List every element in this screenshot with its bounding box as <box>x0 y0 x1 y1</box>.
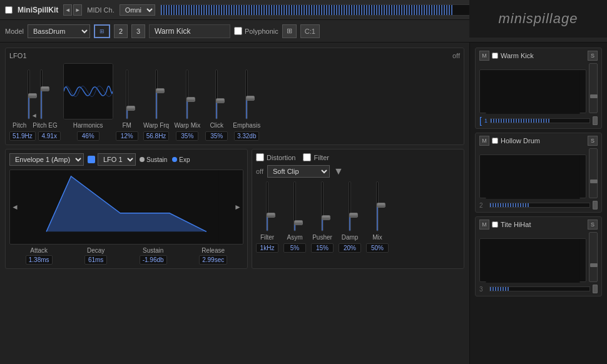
filter-checkbox[interactable] <box>303 153 311 161</box>
ch2-waveform <box>480 155 586 199</box>
ch3-mini-bar[interactable] <box>489 286 590 291</box>
lfo-header: LFO1 off <box>9 52 460 59</box>
prev-arrow[interactable]: ◄ <box>63 4 72 16</box>
asym-label: Asym <box>287 234 303 241</box>
mix-track[interactable] <box>376 181 379 231</box>
ch2-checkbox[interactable] <box>492 138 498 144</box>
pusher-value[interactable]: 15% <box>311 243 334 253</box>
pitch-arrow[interactable]: ◄ <box>31 112 39 119</box>
ch1-mini-fill <box>491 119 550 123</box>
power-checkbox[interactable] <box>5 6 13 14</box>
frame-button[interactable]: ⊞ <box>94 24 110 38</box>
attack-param: Attack 1.38ms <box>26 247 53 265</box>
pitch-value[interactable]: 51.9Hz <box>9 131 36 141</box>
ch3-solo-button[interactable]: S <box>588 220 598 230</box>
channel-strip-1: M Warm Kick S [ 1 <box>475 48 602 129</box>
ch2-fader-thumb <box>590 179 598 183</box>
pusher-label: Pusher <box>312 234 332 241</box>
lower-row: Envelope 1 (Amp) LFO 1 Sustain <box>5 149 464 269</box>
pitch-track[interactable] <box>28 69 30 119</box>
slot-2-button[interactable]: 2 <box>114 24 128 38</box>
ch3-name: Tite HiHat <box>501 221 585 228</box>
sustain-indicator <box>140 157 145 162</box>
logo-text: minispillage <box>499 11 578 27</box>
pitch-eg-label: Pitch EG <box>33 122 57 129</box>
pusher-col: Pusher 15% <box>311 181 334 253</box>
pusher-track[interactable] <box>321 181 324 231</box>
svg-rect-2 <box>486 70 580 114</box>
ch2-knob[interactable] <box>593 201 598 210</box>
ch2-mute-button[interactable]: M <box>479 136 489 146</box>
filter-value[interactable]: 1kHz <box>256 243 278 253</box>
ch1-knob[interactable] <box>593 116 598 125</box>
sustain-param: Sustain -1.96db <box>140 247 167 265</box>
asym-value[interactable]: 5% <box>283 243 306 253</box>
attack-value[interactable]: 1.38ms <box>26 255 53 265</box>
channel-label[interactable]: C:1 <box>300 24 320 38</box>
pitch-eg-value[interactable]: 4.91x <box>38 131 61 141</box>
ch2-mini-bar[interactable] <box>489 203 590 208</box>
warpmix-value[interactable]: 35% <box>176 131 198 141</box>
sustain-param-label: Sustain <box>143 247 163 254</box>
slot-3-button[interactable]: 3 <box>131 24 145 38</box>
ch1-checkbox[interactable] <box>492 53 498 59</box>
warpmix-track[interactable] <box>186 69 188 119</box>
lfo-modulation-select[interactable]: LFO 1 <box>98 153 136 166</box>
distortion-type-select[interactable]: Soft Clip Hard Clip <box>267 165 330 178</box>
mix-value[interactable]: 50% <box>366 243 389 253</box>
warpfrq-value[interactable]: 56.8Hz <box>143 131 170 141</box>
ch2-fader[interactable] <box>589 148 598 198</box>
release-value[interactable]: 2.99sec <box>199 255 227 265</box>
asym-col: Asym 5% <box>283 181 306 253</box>
ch1-fader-thumb <box>590 94 598 98</box>
fm-value[interactable]: 12% <box>116 131 138 141</box>
ch3-fader[interactable] <box>589 232 598 282</box>
filter-label: Filter <box>314 154 329 161</box>
click-value[interactable]: 35% <box>205 131 228 141</box>
envelope-select[interactable]: Envelope 1 (Amp) <box>9 153 84 166</box>
ch3-checkbox[interactable] <box>492 221 498 228</box>
warpfrq-track[interactable] <box>155 69 158 119</box>
asym-track[interactable] <box>293 181 296 231</box>
sustain-value[interactable]: -1.96db <box>140 255 167 265</box>
ch1-name: Warm Kick <box>501 52 585 59</box>
emphasis-value[interactable]: 3.32db <box>234 131 260 141</box>
midi-channel-select[interactable]: Omni 12 <box>120 4 155 16</box>
decay-value[interactable]: 61ms <box>84 255 107 265</box>
fm-col: FM 12% <box>116 69 138 141</box>
channel-3-header: M Tite HiHat S <box>479 220 598 230</box>
channel-button[interactable]: ⊞ <box>282 24 297 38</box>
env-left-arrow[interactable]: ◄ <box>11 203 19 211</box>
distortion-checkbox[interactable] <box>256 153 264 161</box>
release-param: Release 2.99sec <box>199 247 227 265</box>
ch3-mute-button[interactable]: M <box>479 220 489 230</box>
damp-track[interactable] <box>349 181 351 231</box>
polyphonic-checkbox[interactable] <box>234 27 242 35</box>
harmonics-svg <box>64 64 113 119</box>
click-label: Click <box>210 122 223 129</box>
damp-value[interactable]: 20% <box>339 243 361 253</box>
ch1-bar-num: 1 <box>484 118 487 124</box>
pitch-col: ◄ Pitch Pitch EG 51.9Hz <box>9 69 61 141</box>
filter-track[interactable] <box>266 181 268 231</box>
pitch-eg-track[interactable] <box>40 69 43 119</box>
emphasis-track[interactable] <box>245 69 248 119</box>
fm-track[interactable] <box>126 69 128 119</box>
warpfrq-label: Warp Frq <box>143 122 169 129</box>
ch3-knob[interactable] <box>593 285 598 293</box>
env-header: Envelope 1 (Amp) LFO 1 Sustain <box>9 153 243 166</box>
ch1-mini-bar[interactable] <box>490 118 590 123</box>
ch1-fader[interactable] <box>589 63 598 113</box>
nav-arrows: ◄ ► <box>63 4 82 16</box>
ch1-solo-button[interactable]: S <box>588 51 598 61</box>
click-col: Click 35% <box>205 69 228 141</box>
ch1-mute-button[interactable]: M <box>479 51 489 61</box>
next-arrow[interactable]: ► <box>73 4 82 16</box>
distortion-toggle: Distortion <box>256 153 295 161</box>
env-right-arrow[interactable]: ► <box>234 203 242 211</box>
polyphonic-toggle: Polyphonic <box>234 27 278 35</box>
model-select[interactable]: BassDrum HiHat Snare <box>28 24 90 38</box>
harmonics-value[interactable]: 46% <box>77 131 99 141</box>
click-track[interactable] <box>215 69 218 119</box>
ch2-solo-button[interactable]: S <box>588 136 598 146</box>
